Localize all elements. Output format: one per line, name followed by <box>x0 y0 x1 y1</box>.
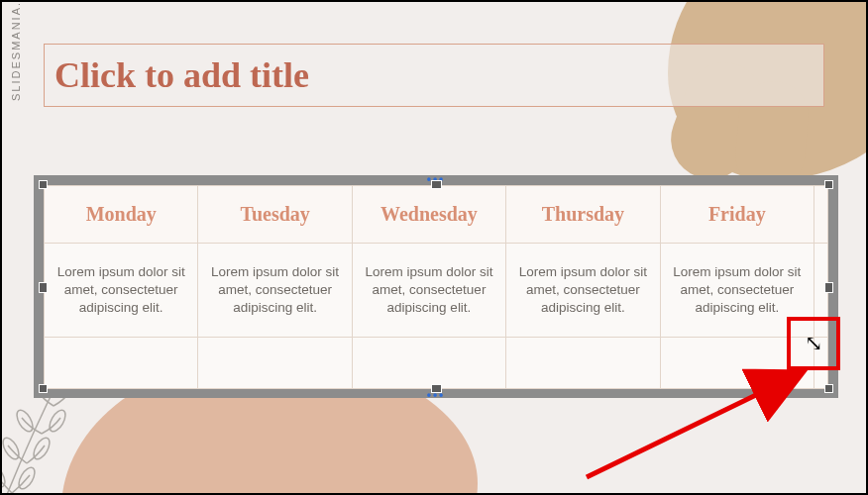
cell-empty-3[interactable] <box>352 338 505 389</box>
weekly-table-selection[interactable]: ••• ••• Monday Tuesday Wednesday Thursda… <box>34 175 838 398</box>
title-placeholder-box[interactable]: Click to add title <box>44 44 824 107</box>
svg-point-0 <box>0 463 8 490</box>
header-thursday[interactable]: Thursday <box>506 186 660 244</box>
header-monday[interactable]: Monday <box>45 186 198 244</box>
cell-empty-5[interactable] <box>660 338 814 389</box>
table-header-row: Monday Tuesday Wednesday Thursday Friday <box>45 186 828 244</box>
cell-tuesday[interactable]: Lorem ipsum dolor sit amet, consectetuer… <box>198 244 352 338</box>
resize-handle-top-left[interactable] <box>39 180 48 189</box>
cell-friday[interactable]: Lorem ipsum dolor sit amet, consectetuer… <box>660 244 814 338</box>
resize-handle-top-right[interactable] <box>824 180 833 189</box>
cell-thursday[interactable]: Lorem ipsum dolor sit amet, consectetuer… <box>506 244 660 338</box>
resize-handle-mid-left[interactable] <box>39 282 48 293</box>
cell-empty-6[interactable] <box>814 338 828 389</box>
resize-handle-bottom-right[interactable] <box>824 384 833 393</box>
cell-empty-2[interactable] <box>198 338 352 389</box>
resize-handle-top-mid[interactable] <box>431 180 442 189</box>
cell-empty-4[interactable] <box>506 338 660 389</box>
header-friday[interactable]: Friday <box>660 186 814 244</box>
cell-wednesday[interactable]: Lorem ipsum dolor sit amet, consectetuer… <box>352 244 505 338</box>
watermark-text: SLIDESMANIA.COM <box>10 0 22 101</box>
weekly-table[interactable]: Monday Tuesday Wednesday Thursday Friday… <box>44 185 828 389</box>
cell-monday[interactable]: Lorem ipsum dolor sit amet, consectetuer… <box>45 244 198 338</box>
title-placeholder-text: Click to add title <box>54 54 309 96</box>
table-empty-row <box>45 338 828 389</box>
header-tuesday[interactable]: Tuesday <box>198 186 352 244</box>
resize-handle-mid-right[interactable] <box>824 282 833 293</box>
header-extra[interactable] <box>814 186 828 244</box>
header-wednesday[interactable]: Wednesday <box>352 186 505 244</box>
resize-handle-bottom-left[interactable] <box>39 384 48 393</box>
table-body-row: Lorem ipsum dolor sit amet, consectetuer… <box>45 244 828 338</box>
cell-empty-1[interactable] <box>45 338 198 389</box>
resize-handle-bottom-mid[interactable] <box>431 384 442 393</box>
